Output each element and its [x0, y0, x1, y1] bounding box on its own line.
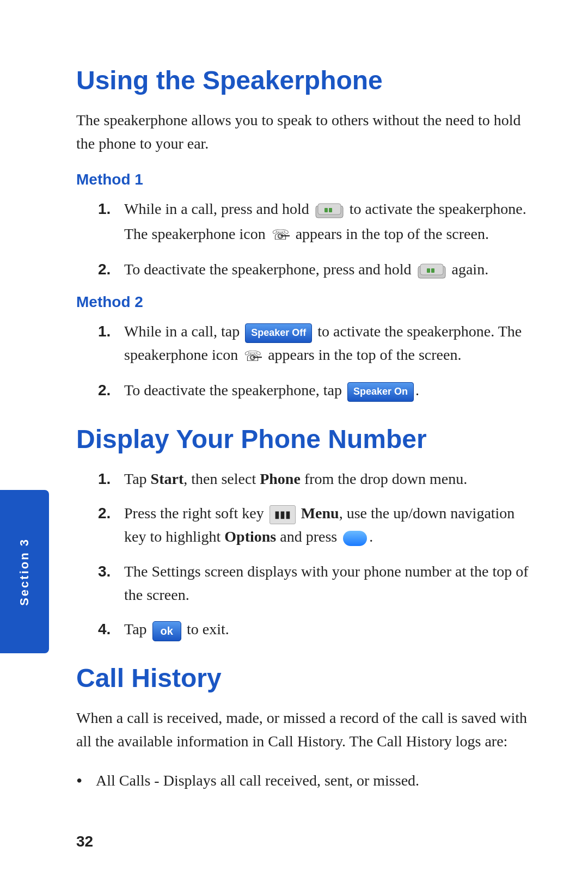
- list-item: 4. Tap ok to exit.: [98, 617, 534, 641]
- step-number: 4.: [98, 617, 124, 641]
- step-content: While in a call, tap Speaker Off to acti…: [124, 320, 534, 367]
- ok-button: ok: [152, 621, 181, 641]
- method2-label: Method 2: [76, 293, 534, 311]
- start-label: Start: [151, 470, 184, 487]
- step-number: 2.: [98, 378, 124, 402]
- step-content: To deactivate the speakerphone, tap Spea…: [124, 378, 534, 402]
- step-number: 1.: [98, 467, 124, 490]
- nav-button-icon: [343, 531, 367, 546]
- step-number: 1.: [98, 197, 124, 220]
- speaker-on-button: Speaker On: [347, 382, 414, 402]
- svg-rect-3: [329, 208, 332, 212]
- list-item: 2. To deactivate the speakerphone, tap S…: [98, 378, 534, 402]
- bullet-icon: •: [76, 768, 96, 795]
- section-tab: Section 3: [0, 490, 49, 653]
- method2-steps: 1. While in a call, tap Speaker Off to a…: [98, 320, 534, 402]
- list-item: 2. To deactivate the speakerphone, press…: [98, 257, 534, 283]
- bullet-text: All Calls - Displays all call received, …: [96, 769, 419, 792]
- page-number: 32: [76, 833, 93, 850]
- call-history-bullets: • All Calls - Displays all call received…: [76, 769, 534, 795]
- bullet-item: • All Calls - Displays all call received…: [76, 769, 534, 795]
- phone-label: Phone: [260, 470, 301, 487]
- step-content: Tap ok to exit.: [124, 617, 534, 641]
- display-phone-heading: Display Your Phone Number: [76, 424, 534, 454]
- step-number: 2.: [98, 257, 124, 281]
- step-content: Tap Start, then select Phone from the dr…: [124, 467, 534, 490]
- display-phone-steps: 1. Tap Start, then select Phone from the…: [98, 467, 534, 641]
- speaker-off-button: Speaker Off: [245, 323, 312, 343]
- list-item: 1. While in a call, tap Speaker Off to a…: [98, 320, 534, 367]
- page: Section 3 Using the Speakerphone The spe…: [0, 0, 588, 883]
- speakerphone-icon-2: ☏̶: [244, 346, 262, 367]
- menu-label: Menu: [301, 505, 339, 522]
- speakerphone-intro: The speakerphone allows you to speak to …: [76, 108, 534, 156]
- list-item: 3. The Settings screen displays with you…: [98, 560, 534, 607]
- list-item: 2. Press the right soft key ▮▮▮ Menu, us…: [98, 501, 534, 549]
- step-content: The Settings screen displays with your p…: [124, 560, 534, 607]
- hold-button-icon-2: [417, 259, 446, 283]
- section-tab-label: Section 3: [17, 538, 32, 606]
- hold-button-icon: [315, 199, 344, 222]
- svg-rect-6: [427, 268, 430, 273]
- call-history-heading: Call History: [76, 663, 534, 693]
- list-item: 1. While in a call, press and hold to ac…: [98, 197, 534, 247]
- svg-rect-7: [431, 268, 434, 273]
- speakerphone-icon: ☏̶: [272, 224, 290, 246]
- menu-soft-key-icon: ▮▮▮: [270, 505, 296, 525]
- step-content: While in a call, press and hold to activ…: [124, 197, 534, 247]
- step-number: 1.: [98, 320, 124, 343]
- method1-label: Method 1: [76, 171, 534, 188]
- step-content: To deactivate the speakerphone, press an…: [124, 257, 534, 283]
- step-number: 2.: [98, 501, 124, 525]
- list-item: 1. Tap Start, then select Phone from the…: [98, 467, 534, 490]
- speakerphone-heading: Using the Speakerphone: [76, 65, 534, 95]
- step-content: Press the right soft key ▮▮▮ Menu, use t…: [124, 501, 534, 549]
- svg-rect-2: [324, 208, 328, 212]
- call-history-intro: When a call is received, made, or missed…: [76, 706, 534, 753]
- method1-steps: 1. While in a call, press and hold to ac…: [98, 197, 534, 283]
- options-label: Options: [224, 528, 276, 545]
- step-number: 3.: [98, 560, 124, 583]
